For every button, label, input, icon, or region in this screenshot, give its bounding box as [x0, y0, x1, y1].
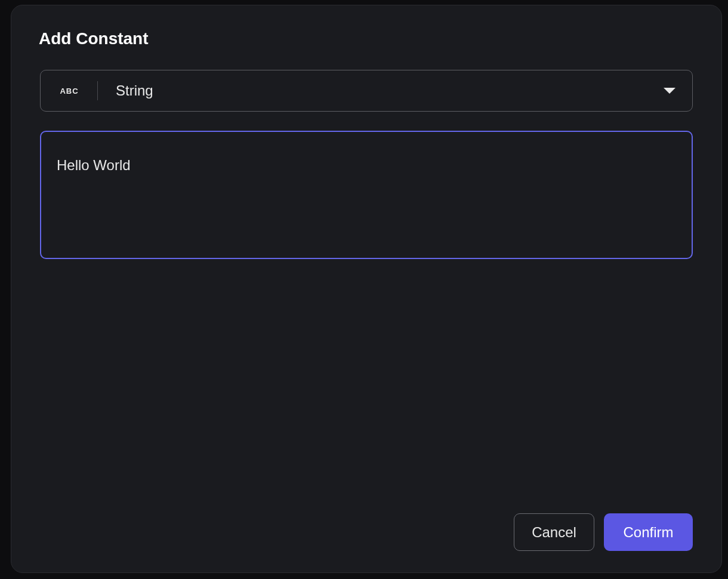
dialog-button-row: Cancel Confirm: [40, 513, 693, 551]
type-selector-label: String: [116, 82, 664, 99]
dialog-title: Add Constant: [39, 29, 693, 48]
confirm-button[interactable]: Confirm: [604, 513, 693, 551]
type-icon-container: ABC: [41, 70, 98, 111]
add-constant-dialog: Add Constant ABC String Cancel Confirm: [11, 5, 722, 573]
spacer: [40, 259, 693, 513]
string-type-icon: ABC: [60, 87, 78, 96]
cancel-button[interactable]: Cancel: [514, 513, 594, 551]
constant-value-input[interactable]: [40, 131, 693, 259]
chevron-down-icon: [664, 88, 675, 94]
type-selector-dropdown[interactable]: ABC String: [40, 70, 693, 112]
